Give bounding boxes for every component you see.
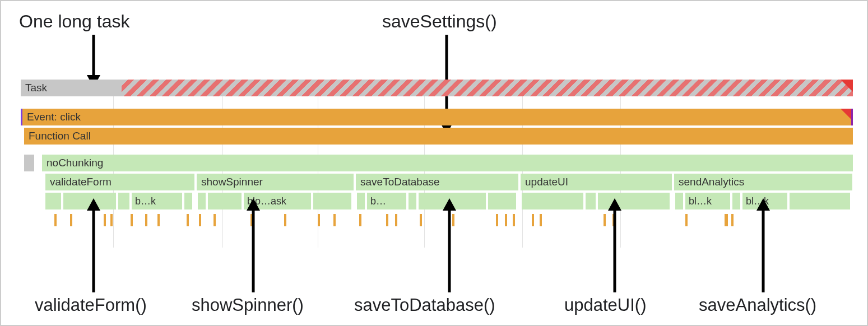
label-saveanalytics: saveAnalytics() bbox=[699, 295, 816, 315]
row-sendanalytics: sendAnalytics bbox=[674, 174, 852, 190]
event-label: Event: click bbox=[27, 111, 81, 123]
row-event-click: Event: click bbox=[21, 109, 853, 125]
seg-bloask: blo…ask bbox=[244, 193, 311, 209]
row-validateform: validateForm bbox=[45, 174, 194, 190]
flame-chart-diagram: One long task saveSettings() Task Event:… bbox=[1, 1, 867, 325]
flame-chart: Task Event: click Function Call noChunki… bbox=[21, 80, 853, 225]
event-long-marker-icon bbox=[841, 109, 853, 121]
row-savetodatabase: saveToDatabase bbox=[356, 174, 518, 190]
label-updateui: updateUI() bbox=[564, 295, 646, 315]
row-nochunking: noChunking bbox=[42, 155, 853, 171]
task-label: Task bbox=[21, 80, 122, 96]
seg-bk: b…k bbox=[132, 193, 182, 209]
anon-block bbox=[24, 155, 34, 171]
seg-blk2: bl…k bbox=[742, 193, 787, 209]
label-validateform: validateForm() bbox=[35, 295, 147, 315]
row-task: Task bbox=[21, 80, 853, 96]
row-showspinner: showSpinner bbox=[197, 174, 354, 190]
long-task-marker-icon bbox=[841, 80, 853, 92]
label-save-settings: saveSettings() bbox=[382, 11, 497, 32]
label-showspinner: showSpinner() bbox=[192, 295, 304, 315]
row-function-call: Function Call bbox=[24, 128, 853, 145]
seg-b: b… bbox=[367, 193, 406, 209]
row-updateui: updateUI bbox=[521, 174, 672, 190]
label-one-long-task: One long task bbox=[19, 11, 129, 32]
seg-blk1: bl…k bbox=[685, 193, 730, 209]
task-long-portion bbox=[122, 80, 853, 96]
label-savetodatabase: saveToDatabase() bbox=[354, 295, 495, 315]
